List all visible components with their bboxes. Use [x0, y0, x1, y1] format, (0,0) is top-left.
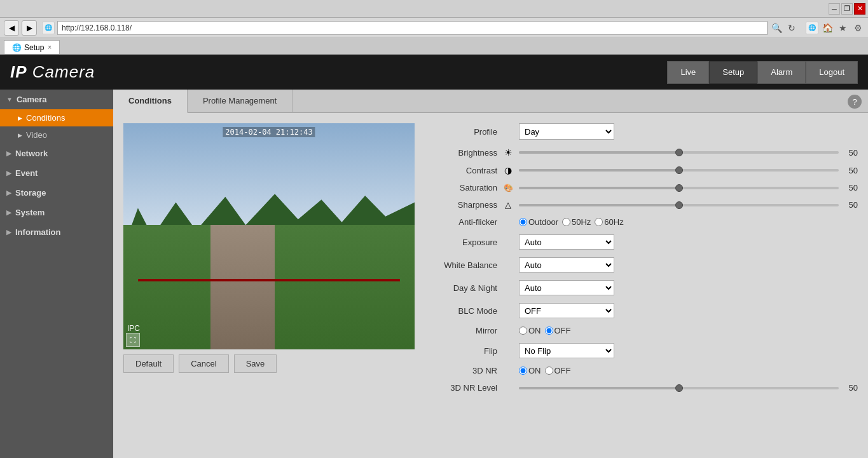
mirror-on-text: ON — [528, 326, 541, 335]
antiflicker-outdoor-label[interactable]: Outdoor — [519, 217, 558, 227]
antiflicker-options: Outdoor 50Hz 60Hz — [519, 217, 624, 227]
3dnr-on-text: ON — [528, 366, 541, 375]
title-ip: IP — [10, 62, 27, 81]
favorites-icon[interactable]: ★ — [836, 22, 849, 34]
sidebar-section-storage[interactable]: ▶ Storage — [0, 183, 113, 203]
profile-select[interactable]: Day Night Schedule — [519, 123, 614, 140]
sidebar-section-network[interactable]: ▶ Network — [0, 144, 113, 163]
day-night-select[interactable]: Auto Day Night — [519, 280, 614, 295]
sharpness-slider[interactable] — [519, 204, 839, 206]
antiflicker-60hz-label[interactable]: 60Hz — [595, 217, 623, 227]
antiflicker-outdoor-text: Outdoor — [528, 217, 558, 227]
3dnr-off-label[interactable]: OFF — [545, 366, 571, 375]
app: IP Camera Live Setup Alarm Logout ▼ Came… — [0, 55, 868, 458]
tab-conditions[interactable]: Conditions — [113, 90, 188, 113]
nav-setup[interactable]: Setup — [709, 61, 757, 84]
antiflicker-outdoor-radio[interactable] — [519, 218, 527, 226]
restore-button[interactable]: ❐ — [841, 3, 853, 15]
close-button[interactable]: ✕ — [854, 3, 865, 15]
scene-fence — [138, 279, 400, 281]
minimize-button[interactable]: ─ — [829, 3, 840, 15]
camera-timestamp: 2014-02-04 21:12:43 — [223, 127, 315, 137]
url-text: http://192.168.0.118/ — [62, 24, 132, 32]
sidebar-item-conditions[interactable]: ▶ Conditions — [0, 109, 113, 126]
save-button[interactable]: Save — [234, 354, 277, 373]
white-balance-select[interactable]: Auto Manual — [519, 257, 614, 273]
search-icon[interactable]: 🔍 — [770, 22, 783, 34]
contrast-icon: ◑ — [502, 165, 514, 175]
saturation-slider[interactable] — [519, 187, 839, 189]
white-balance-row: White Balance Auto Manual — [427, 257, 858, 273]
nav-logout[interactable]: Logout — [806, 61, 858, 84]
browser-titlebar: ─ ❐ ✕ — [0, 0, 868, 18]
title-camera: Camera — [27, 62, 95, 81]
brightness-slider[interactable] — [519, 151, 839, 154]
contrast-slider-container: 50 — [519, 166, 858, 175]
3dnr-level-row: 3D NR Level 50 — [427, 383, 858, 393]
antiflicker-60hz-radio[interactable] — [595, 218, 603, 226]
antiflicker-50hz-radio[interactable] — [562, 218, 570, 226]
antiflicker-50hz-label[interactable]: 50Hz — [562, 217, 591, 227]
3dnr-on-radio[interactable] — [519, 367, 527, 375]
back-button[interactable]: ◀ — [4, 20, 19, 36]
contrast-thumb[interactable] — [675, 166, 683, 174]
address-bar[interactable]: http://192.168.0.118/ — [57, 21, 768, 35]
sidebar: ▼ Camera ▶ Conditions ▶ Video ▶ Network … — [0, 90, 113, 458]
3dnr-level-slider[interactable] — [519, 387, 839, 389]
sidebar-section-camera-label: Camera — [17, 95, 47, 104]
help-icon[interactable]: ? — [848, 95, 862, 109]
brightness-row: Brightness ☀ 50 — [427, 147, 858, 158]
home-icon[interactable]: 🏠 — [821, 22, 834, 34]
mirror-off-radio[interactable] — [545, 327, 553, 335]
flip-select[interactable]: No Flip Flip H Flip V Flip HV — [519, 343, 614, 358]
sidebar-item-video[interactable]: ▶ Video — [0, 126, 113, 144]
browser-tab[interactable]: 🌐 Setup × — [4, 40, 60, 54]
sidebar-section-system[interactable]: ▶ System — [0, 203, 113, 222]
profile-label: Profile — [427, 127, 497, 137]
3dnr-label: 3D NR — [427, 366, 497, 375]
3dnr-off-radio[interactable] — [545, 367, 553, 375]
sidebar-section-information[interactable]: ▶ Information — [0, 222, 113, 242]
contrast-slider[interactable] — [519, 169, 839, 172]
network-arrow-icon: ▶ — [6, 150, 11, 157]
sidebar-section-information-label: Information — [15, 227, 61, 237]
sidebar-section-event[interactable]: ▶ Event — [0, 163, 113, 183]
blc-mode-select[interactable]: OFF ON — [519, 303, 614, 318]
nav-alarm[interactable]: Alarm — [757, 61, 806, 84]
fullscreen-button[interactable]: ⛶ — [126, 333, 140, 347]
mirror-off-label[interactable]: OFF — [545, 326, 571, 335]
3dnr-level-thumb[interactable] — [675, 384, 683, 392]
sidebar-section-camera[interactable]: ▼ Camera — [0, 90, 113, 109]
content-tabs: Conditions Profile Management — [113, 90, 868, 113]
refresh-icon[interactable]: ↻ — [785, 22, 798, 34]
content-area: Conditions Profile Management ? 2014-02-… — [113, 90, 868, 458]
inner-content: 2014-02-04 21:12:43 IPC ⛶ Default Cancel… — [113, 113, 868, 410]
cancel-button[interactable]: Cancel — [179, 354, 228, 373]
button-row: Default Cancel Save — [123, 354, 415, 373]
saturation-label: Saturation — [427, 183, 497, 192]
sharpness-thumb[interactable] — [675, 201, 683, 209]
tab-profile-management[interactable]: Profile Management — [188, 90, 293, 112]
saturation-row: Saturation 🎨 50 — [427, 183, 858, 192]
saturation-track — [519, 187, 679, 189]
brightness-thumb[interactable] — [675, 149, 683, 156]
3dnr-on-label[interactable]: ON — [519, 366, 541, 375]
saturation-icon: 🎨 — [502, 184, 514, 192]
tab-close-button[interactable]: × — [48, 44, 52, 51]
3dnr-options: ON OFF — [519, 366, 571, 375]
forward-button[interactable]: ▶ — [22, 20, 37, 36]
mirror-on-label[interactable]: ON — [519, 326, 541, 335]
saturation-thumb[interactable] — [675, 184, 683, 192]
camera-label: IPC — [127, 324, 140, 333]
tools-icon[interactable]: ⚙ — [851, 22, 864, 34]
default-button[interactable]: Default — [123, 354, 174, 373]
exposure-select[interactable]: Auto Manual — [519, 234, 614, 250]
mirror-on-radio[interactable] — [519, 327, 527, 335]
antiflicker-50hz-text: 50Hz — [572, 217, 591, 227]
storage-arrow-icon: ▶ — [6, 189, 11, 196]
saturation-slider-container: 50 — [519, 183, 858, 192]
exposure-label: Exposure — [427, 238, 497, 247]
brightness-icon: ☀ — [502, 147, 514, 158]
nav-live[interactable]: Live — [667, 61, 709, 84]
sharpness-track — [519, 204, 679, 206]
